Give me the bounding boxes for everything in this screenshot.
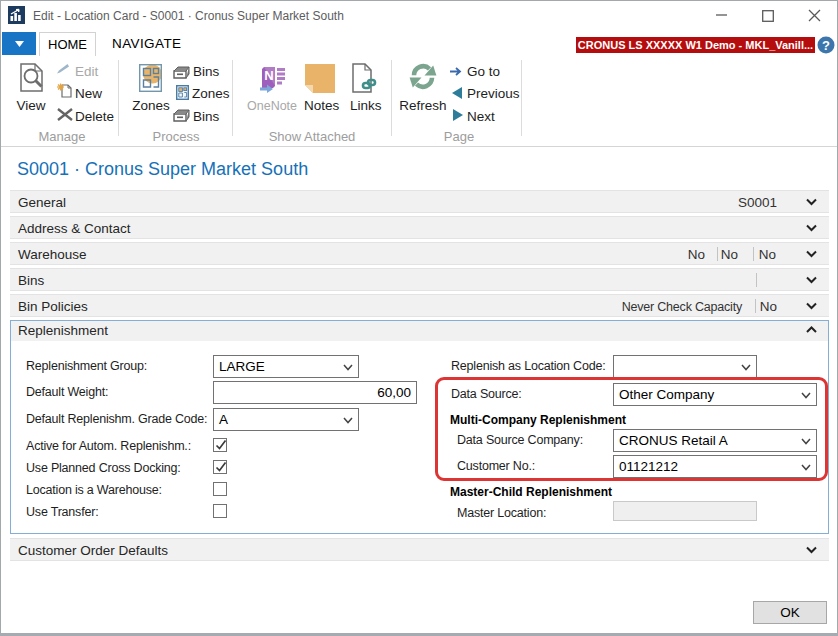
svg-text:?: ? [822, 38, 830, 53]
svg-text:N: N [264, 68, 273, 83]
